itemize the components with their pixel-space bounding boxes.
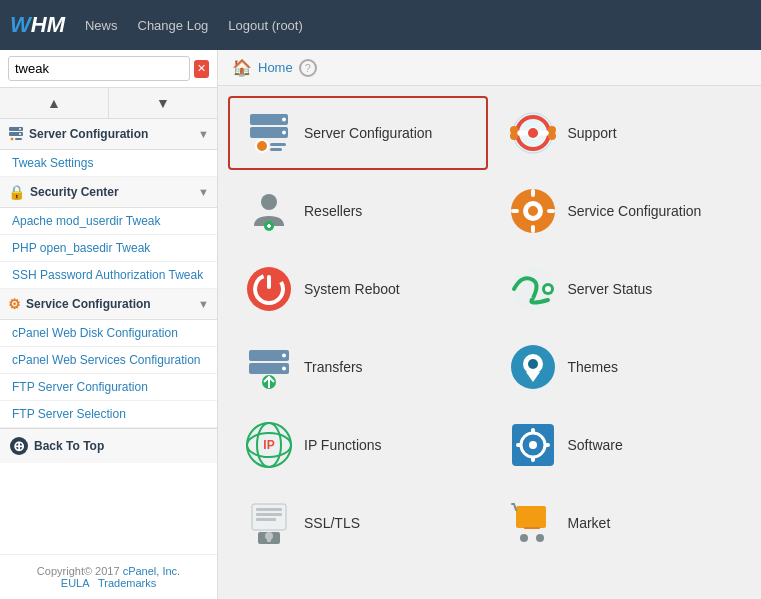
sidebar-item-cpanel-webservices[interactable]: cPanel Web Services Configuration (0, 347, 217, 374)
svg-point-2 (19, 128, 21, 130)
svg-rect-5 (15, 138, 22, 140)
svg-rect-67 (267, 536, 271, 542)
grid-item-market[interactable]: Market (492, 486, 752, 560)
ssl-icon (246, 500, 292, 546)
grid-item-ip-functions[interactable]: IP IP Functions (228, 408, 488, 482)
svg-point-48 (528, 359, 538, 369)
service-config-grid-icon (510, 188, 556, 234)
svg-rect-58 (531, 456, 535, 462)
transfers-label: Transfers (304, 359, 363, 375)
svg-point-9 (282, 131, 286, 135)
svg-rect-11 (270, 143, 286, 146)
grid-item-software[interactable]: Software (492, 408, 752, 482)
svg-point-4 (10, 137, 14, 141)
main-layout: ✕ ▲ ▼ Server Configuration ▼ (0, 50, 761, 599)
security-chevron: ▼ (198, 186, 209, 198)
trademarks-link[interactable]: Trademarks (98, 577, 156, 589)
security-icon: 🔒 (8, 184, 25, 200)
nav-down-button[interactable]: ▼ (109, 88, 217, 118)
ip-label: IP Functions (304, 437, 382, 453)
eula-link[interactable]: EULA (61, 577, 89, 589)
home-breadcrumb-link[interactable]: Home (258, 60, 293, 75)
svg-rect-36 (267, 275, 271, 289)
grid-item-server-status[interactable]: Server Status (492, 252, 752, 326)
nav-up-button[interactable]: ▲ (0, 88, 109, 118)
svg-text:IP: IP (263, 438, 274, 452)
support-icon (510, 110, 556, 156)
svg-rect-12 (270, 148, 282, 151)
svg-rect-63 (256, 513, 282, 516)
changelog-link[interactable]: Change Log (138, 18, 209, 33)
home-icon: 🏠 (232, 58, 252, 77)
top-navbar: WHM News Change Log Logout (root) (0, 0, 761, 50)
svg-point-3 (19, 133, 21, 135)
svg-point-10 (256, 140, 268, 152)
sidebar-item-php-basedir[interactable]: PHP open_basedir Tweak (0, 235, 217, 262)
svg-point-29 (528, 206, 538, 216)
reboot-label: System Reboot (304, 281, 400, 297)
search-clear-button[interactable]: ✕ (194, 60, 209, 78)
sidebar-item-ftp-selection[interactable]: FTP Server Selection (0, 401, 217, 428)
software-icon (510, 422, 556, 468)
themes-icon (510, 344, 556, 390)
server-status-icon (510, 266, 556, 312)
svg-rect-60 (544, 443, 550, 447)
svg-rect-33 (547, 209, 555, 213)
market-label: Market (568, 515, 611, 531)
grid-item-system-reboot[interactable]: System Reboot (228, 252, 488, 326)
grid-item-service-configuration[interactable]: Service Configuration (492, 174, 752, 248)
sidebar-item-ssh-password[interactable]: SSH Password Authorization Tweak (0, 262, 217, 289)
search-input[interactable] (8, 56, 190, 81)
svg-point-7 (282, 118, 286, 122)
svg-rect-62 (256, 508, 282, 511)
svg-point-69 (520, 534, 528, 542)
svg-point-39 (545, 286, 551, 292)
resellers-label: Resellers (304, 203, 362, 219)
sidebar-item-apache-tweak[interactable]: Apache mod_userdir Tweak (0, 208, 217, 235)
server-config-label: Server Configuration (304, 125, 432, 141)
svg-point-21 (510, 132, 518, 140)
svg-rect-30 (531, 189, 535, 197)
grid-item-resellers[interactable]: Resellers (228, 174, 488, 248)
sidebar-section-server-config[interactable]: Server Configuration ▼ (0, 119, 217, 150)
back-to-top-icon: ⊕ (10, 437, 28, 455)
news-link[interactable]: News (85, 18, 118, 33)
grid-item-ssl-tls[interactable]: SSL/TLS (228, 486, 488, 560)
market-icon (510, 500, 556, 546)
nav-arrows: ▲ ▼ (0, 88, 217, 119)
svg-rect-64 (256, 518, 276, 521)
service-config-icon: ⚙ (8, 296, 21, 312)
svg-point-22 (548, 132, 556, 140)
svg-point-70 (536, 534, 544, 542)
sidebar-item-tweak-settings[interactable]: Tweak Settings (0, 150, 217, 177)
sidebar-footer: Copyright© 2017 cPanel, Inc. EULA Tradem… (0, 554, 217, 599)
svg-point-18 (528, 128, 538, 138)
sidebar-section-service-config[interactable]: ⚙ Service Configuration ▼ (0, 289, 217, 320)
svg-point-56 (529, 441, 537, 449)
main-content: 🏠 Home ? Server C (218, 50, 761, 599)
grid-item-transfers[interactable]: Transfers (228, 330, 488, 404)
svg-rect-68 (516, 506, 546, 528)
server-config-section-icon (8, 126, 24, 142)
breadcrumb-bar: 🏠 Home ? (218, 50, 761, 86)
grid-item-support[interactable]: Support (492, 96, 752, 170)
sidebar: ✕ ▲ ▼ Server Configuration ▼ (0, 50, 218, 599)
grid-item-server-configuration[interactable]: Server Configuration (228, 96, 488, 170)
sidebar-section-security[interactable]: 🔒 Security Center ▼ (0, 177, 217, 208)
server-config-icon (246, 110, 292, 156)
help-icon[interactable]: ? (299, 59, 317, 77)
themes-label: Themes (568, 359, 619, 375)
transfers-icon (246, 344, 292, 390)
sidebar-item-cpanel-webdisk[interactable]: cPanel Web Disk Configuration (0, 320, 217, 347)
sidebar-item-ftp-config[interactable]: FTP Server Configuration (0, 374, 217, 401)
back-to-top-button[interactable]: ⊕ Back To Top (0, 428, 217, 463)
ssl-label: SSL/TLS (304, 515, 360, 531)
svg-point-23 (261, 194, 277, 210)
grid-item-themes[interactable]: Themes (492, 330, 752, 404)
search-bar: ✕ (0, 50, 217, 88)
reboot-icon (246, 266, 292, 312)
whm-logo: WHM (10, 12, 65, 38)
support-label: Support (568, 125, 617, 141)
cpanel-link[interactable]: cPanel, Inc. (123, 565, 180, 577)
logout-link[interactable]: Logout (root) (228, 18, 302, 33)
